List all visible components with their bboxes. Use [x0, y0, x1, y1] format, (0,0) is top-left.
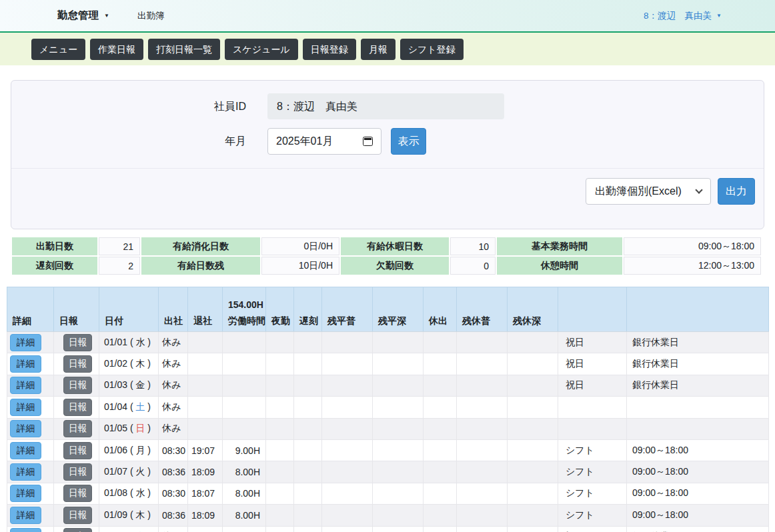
- report-button[interactable]: 日報: [63, 442, 92, 459]
- empty-cell: [373, 505, 424, 526]
- detail-button[interactable]: 詳細: [10, 355, 41, 373]
- schedule-type-cell: シフト: [558, 505, 627, 526]
- show-button[interactable]: 表示: [391, 128, 426, 155]
- column-header: 日報: [54, 311, 99, 332]
- nav-button-shift-entry[interactable]: シフト登録: [400, 39, 464, 60]
- header-spacer-cell: [457, 287, 508, 311]
- nav-button-monthly-report[interactable]: 月報: [361, 39, 396, 60]
- work-hours-cell: [223, 397, 266, 418]
- summary-label: 出勤日数: [12, 237, 97, 255]
- empty-cell: [294, 526, 322, 532]
- attendance-row: 詳細日報01/04 ( 土 )休み: [7, 397, 769, 418]
- empty-cell: [294, 353, 322, 375]
- report-button[interactable]: 日報: [63, 420, 92, 437]
- report-button[interactable]: 日報: [63, 485, 92, 502]
- month-input[interactable]: 2025年01月: [267, 128, 381, 155]
- empty-cell: [508, 353, 558, 375]
- empty-cell: [424, 397, 457, 418]
- empty-cell: [457, 397, 508, 418]
- summary-value: 09:00～18:00: [624, 237, 761, 255]
- schedule-type-cell: 祝日: [558, 375, 627, 396]
- report-button[interactable]: 日報: [63, 463, 92, 481]
- empty-cell: [508, 332, 558, 353]
- report-button[interactable]: 日報: [63, 377, 92, 394]
- date-cell: 01/07 ( 火 ): [99, 461, 159, 483]
- report-cell: 日報: [54, 397, 99, 418]
- empty-cell: [266, 439, 294, 461]
- detail-button[interactable]: 詳細: [10, 442, 41, 459]
- export-format-select[interactable]: 出勤簿個別(Excel): [586, 178, 711, 205]
- nav-button-menu[interactable]: メニュー: [31, 39, 85, 60]
- end-time-cell: [188, 353, 223, 375]
- empty-cell: [424, 332, 457, 353]
- start-time-cell: 08:30: [159, 439, 188, 461]
- nav-button-timestamp-list[interactable]: 打刻日報一覧: [148, 39, 220, 60]
- attendance-row: 詳細日報01/03 ( 金 )休み祝日銀行休業日: [7, 375, 769, 396]
- top-header: 勤怠管理 ▼ 出勤簿 8：渡辺 真由美 ▼: [0, 0, 775, 33]
- report-button[interactable]: 日報: [63, 334, 92, 351]
- chevron-down-icon: [695, 186, 702, 193]
- detail-button[interactable]: 詳細: [10, 334, 41, 351]
- summary-value: 10日/0H: [261, 257, 339, 275]
- header-spacer-cell: [266, 287, 294, 311]
- header-spacer-cell: [294, 287, 322, 311]
- empty-cell: [424, 526, 457, 532]
- nav-button-schedule[interactable]: スケジュール: [225, 39, 298, 60]
- schedule-time-cell: 09:00～18:00: [627, 439, 769, 461]
- detail-button[interactable]: 詳細: [10, 485, 41, 502]
- header-spacer-cell: [373, 287, 424, 311]
- empty-cell: [508, 461, 558, 483]
- detail-cell: 詳細: [7, 526, 54, 532]
- empty-cell: [294, 505, 322, 526]
- column-header: 日付: [99, 311, 159, 332]
- empty-cell: [373, 332, 424, 353]
- empty-cell: [373, 397, 424, 418]
- detail-button[interactable]: 詳細: [10, 420, 41, 437]
- detail-button[interactable]: 詳細: [10, 528, 41, 532]
- schedule-type-cell: [558, 397, 627, 418]
- attendance-table-wrap: 154.00H 詳細 日報 日付 出社 退社 労働時間 夜勤 遅刻: [7, 287, 768, 532]
- employee-id-label: 社員ID: [11, 100, 246, 114]
- column-header: 出社: [159, 311, 188, 332]
- detail-button[interactable]: 詳細: [10, 399, 41, 416]
- end-time-cell: 18:07: [188, 483, 223, 504]
- column-header: 夜勤: [266, 311, 294, 332]
- attendance-row: 詳細日報01/09 ( 木 )08:3618:098.00Hシフト09:00～1…: [7, 505, 769, 526]
- empty-cell: [457, 505, 508, 526]
- empty-cell: [508, 439, 558, 461]
- empty-cell: [457, 439, 508, 461]
- empty-cell: [424, 505, 457, 526]
- empty-cell: [294, 418, 322, 439]
- schedule-type-cell: 祝日: [558, 353, 627, 375]
- report-button[interactable]: 日報: [63, 355, 92, 373]
- nav-button-work-report[interactable]: 作業日報: [90, 39, 143, 60]
- attendance-row: 詳細日報01/06 ( 月 )08:3019:079.00Hシフト09:00～1…: [7, 439, 769, 461]
- work-hours-cell: [223, 418, 266, 439]
- detail-button[interactable]: 詳細: [10, 507, 41, 524]
- export-button[interactable]: 出力: [718, 178, 755, 205]
- report-button[interactable]: 日報: [63, 399, 92, 416]
- report-button[interactable]: 日報: [63, 528, 92, 532]
- schedule-time-cell: 09:00～18:00: [627, 483, 769, 504]
- schedule-type-cell: シフト: [558, 439, 627, 461]
- empty-cell: [294, 397, 322, 418]
- chevron-down-icon: ▼: [716, 13, 722, 19]
- schedule-type-cell: シフト: [558, 483, 627, 504]
- empty-cell: [508, 418, 558, 439]
- app-menu-dropdown[interactable]: 勤怠管理 ▼: [57, 9, 109, 23]
- schedule-type-cell: 祝日: [558, 332, 627, 353]
- detail-button[interactable]: 詳細: [10, 377, 41, 394]
- detail-cell: 詳細: [7, 461, 54, 483]
- column-header: 休出: [424, 311, 457, 332]
- detail-button[interactable]: 詳細: [10, 463, 41, 481]
- empty-cell: [322, 439, 373, 461]
- empty-cell: [373, 526, 424, 532]
- detail-cell: 詳細: [7, 353, 54, 375]
- nav-button-report-entry[interactable]: 日報登録: [303, 39, 356, 60]
- report-button[interactable]: 日報: [63, 507, 92, 524]
- summary-label: 有給休暇日数: [341, 237, 449, 255]
- empty-cell: [322, 397, 373, 418]
- user-menu-dropdown[interactable]: 8：渡辺 真由美 ▼: [644, 10, 722, 22]
- summary-value: 2: [99, 257, 140, 275]
- empty-cell: [266, 418, 294, 439]
